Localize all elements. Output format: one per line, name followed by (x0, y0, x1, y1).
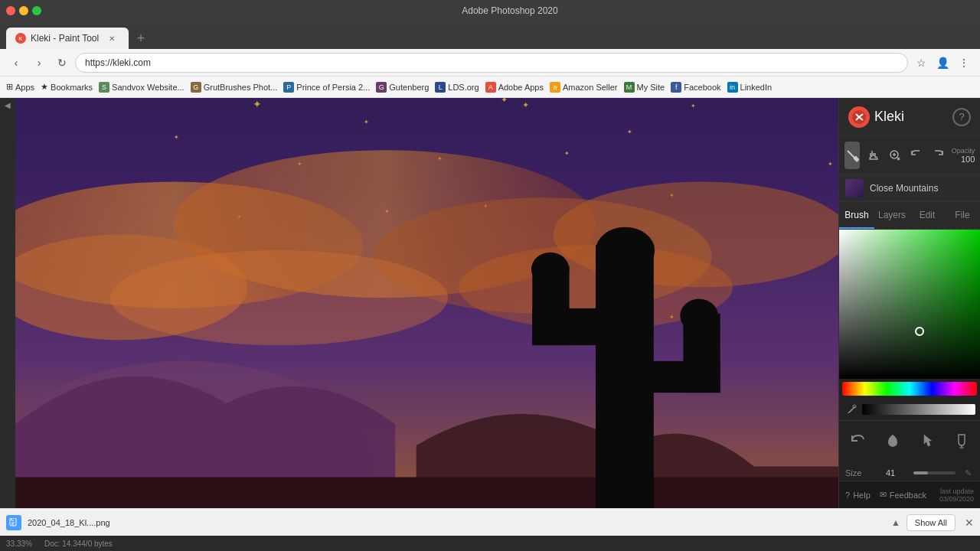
address-bar[interactable]: https://kleki.com (75, 53, 908, 73)
gradient-svg (839, 230, 980, 379)
help-label: Help (853, 491, 871, 500)
svg-text:✦: ✦ (522, 100, 529, 109)
black-white-gradient-bar[interactable] (862, 404, 975, 415)
size-edit-button[interactable]: ✎ (962, 467, 974, 479)
feedback-icon: ✉ (880, 490, 887, 500)
size-slider-fill (913, 471, 928, 474)
bookmark-facebook-label: Facebook (684, 83, 720, 92)
painting-canvas: ✦ ✦ ✦ ✦ ✦ ✦ ✦ ✦ ✦ ✦ ✦ ✦ ✦ ✦ ✦ ✦ ✦ (15, 98, 838, 508)
help-icon-button[interactable]: ? (952, 108, 971, 126)
bookmark-amazon[interactable]: a Amazon Seller (550, 82, 618, 93)
adobe-icon: A (485, 82, 496, 93)
back-button[interactable]: ‹ (6, 53, 26, 73)
bookmark-adobe[interactable]: A Adobe Apps (485, 82, 544, 93)
status-bar: 33.33% Doc: 14.344/0 bytes (0, 536, 980, 551)
redo-button[interactable] (930, 142, 946, 169)
brush-tool-button[interactable] (844, 142, 860, 169)
svg-text:✦: ✦ (174, 134, 179, 141)
minimize-button[interactable] (19, 6, 28, 15)
bookmark-bookmarks-label: Bookmarks (51, 83, 93, 92)
close-download-button[interactable]: ✕ (965, 517, 974, 529)
svg-line-37 (848, 151, 855, 158)
svg-text:✦: ✦ (564, 150, 570, 157)
last-update: last update 03/09/2020 (939, 487, 974, 503)
refresh-button[interactable]: ↻ (52, 53, 72, 73)
svg-text:✦: ✦ (691, 103, 696, 109)
show-all-button[interactable]: Show All (906, 514, 956, 531)
tab-title: Kleki - Paint Tool (31, 33, 99, 44)
size-slider[interactable] (913, 471, 956, 474)
bookmark-grutbrushes[interactable]: G GrutBrushes Phot... (191, 82, 278, 93)
bookmark-linkedin[interactable]: in LinkedIn (727, 82, 773, 93)
fill-tool-button[interactable] (949, 427, 974, 455)
menu-button[interactable]: ⋮ (954, 53, 974, 73)
color-options-row (839, 399, 980, 420)
left-strip: ◀ (0, 98, 15, 508)
tab-file[interactable]: File (945, 202, 980, 229)
tab-edit[interactable]: Edit (910, 202, 945, 229)
tab-favicon: K (15, 33, 26, 44)
pan-tool-button[interactable] (866, 142, 881, 169)
feedback-footer-button[interactable]: ✉ Feedback (880, 490, 926, 500)
bookmark-mysite[interactable]: M My Site (624, 82, 665, 93)
close-button[interactable] (6, 6, 15, 15)
color-picker-area[interactable]: Size 41 ✎ Opacity 100 ✎ (839, 230, 980, 481)
help-footer-button[interactable]: ? Help (845, 491, 871, 500)
opacity-display: Opacity 100 (952, 147, 975, 164)
account-button[interactable]: 👤 (933, 53, 952, 73)
svg-text:✦: ✦ (828, 161, 833, 168)
layer-thumbnail (845, 179, 864, 197)
kleki-icon (848, 106, 870, 128)
tool-undo-button[interactable] (845, 427, 871, 455)
nav-bar: ‹ › ↻ https://kleki.com ☆ 👤 ⋮ (0, 49, 980, 77)
svg-point-35 (680, 298, 718, 332)
bookmark-star-button[interactable]: ☆ (911, 53, 931, 73)
bookmark-facebook[interactable]: f Facebook (671, 82, 720, 93)
forward-button[interactable]: › (29, 53, 49, 73)
undo-button[interactable] (909, 142, 924, 169)
bookmark-adobe-label: Adobe Apps (498, 83, 544, 92)
canvas-area[interactable]: ✦ ✦ ✦ ✦ ✦ ✦ ✦ ✦ ✦ ✦ ✦ ✦ ✦ ✦ ✦ ✦ ✦ (15, 98, 838, 508)
download-bar: 2020_04_18_Kl....png ▲ Show All ✕ (0, 508, 980, 536)
prince-icon: P (283, 82, 294, 93)
sandvox-icon: S (99, 82, 109, 93)
svg-rect-28 (596, 245, 654, 508)
left-item-1: ◀ (2, 101, 14, 113)
tab-bar: K Kleki - Paint Tool ✕ + (0, 21, 980, 49)
amazon-icon: a (550, 82, 560, 93)
bookmark-sandvox[interactable]: S Sandvox Website... (99, 82, 185, 93)
gutenberg-icon: G (376, 82, 387, 93)
svg-text:✦: ✦ (501, 98, 508, 104)
maximize-button[interactable] (32, 6, 41, 15)
help-icon: ? (845, 491, 850, 500)
nav-icons: ☆ 👤 ⋮ (911, 53, 974, 73)
bookmark-bookmarks[interactable]: ★ Bookmarks (41, 82, 93, 92)
eyedropper-button[interactable] (844, 402, 859, 417)
tab-layers[interactable]: Layers (874, 202, 910, 229)
smudge-tool-button[interactable] (880, 427, 905, 455)
panel-tabs: Brush Layers Edit File (839, 202, 980, 230)
download-file-icon (6, 515, 21, 530)
last-update-date: 03/09/2020 (939, 495, 974, 503)
bookmark-prince[interactable]: P Prince of Persia 2... (283, 82, 370, 93)
grutbrushes-icon: G (191, 82, 201, 93)
new-tab-button[interactable]: + (130, 28, 152, 49)
browser-tab[interactable]: K Kleki - Paint Tool ✕ (6, 28, 129, 49)
bookmark-apps-label: Apps (15, 83, 34, 92)
last-update-label: last update (939, 487, 974, 495)
tab-brush[interactable]: Brush (839, 202, 874, 229)
svg-text:✦: ✦ (253, 99, 262, 110)
size-label: Size (845, 468, 880, 478)
bookmark-gutenberg[interactable]: G Gutenberg (376, 82, 429, 93)
svg-point-25 (110, 250, 448, 345)
bookmark-apps[interactable]: ⊞ Apps (6, 82, 34, 92)
bookmark-lds[interactable]: L LDS.org (435, 82, 479, 93)
tab-close-button[interactable]: ✕ (106, 33, 117, 44)
hue-bar[interactable] (842, 382, 977, 396)
kleki-text: Kleki (874, 109, 904, 125)
download-expand-button[interactable]: ▲ (891, 517, 900, 528)
kleki-logo: Kleki (848, 106, 904, 128)
selection-tool-button[interactable] (914, 427, 939, 455)
color-gradient[interactable] (839, 230, 980, 379)
zoom-in-button[interactable] (887, 142, 903, 169)
